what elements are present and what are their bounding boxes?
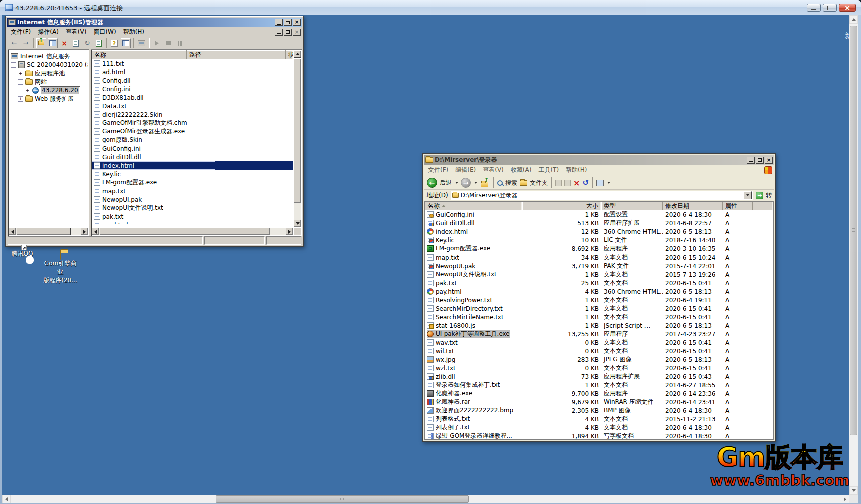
menu-item[interactable]: 操作(A) (34, 27, 62, 37)
iis-file-row[interactable]: Data.txt (92, 102, 293, 110)
collapse-icon[interactable] (11, 62, 16, 68)
scroll-up-icon[interactable] (294, 50, 301, 58)
close-button[interactable] (839, 4, 856, 12)
iis-file-row[interactable]: pay.html (92, 221, 293, 224)
expand-icon[interactable] (25, 88, 30, 93)
back-dropdown-icon[interactable] (455, 182, 458, 184)
menu-item[interactable]: 编辑(E) (452, 165, 479, 175)
restore-button[interactable] (823, 4, 837, 12)
iis-file-row[interactable]: pak.txt (92, 212, 293, 221)
file-row[interactable]: 列表例子.txt 4 KB 文本文档 2020-6-4 18:30 A (425, 423, 773, 432)
column-header-name[interactable]: 名称 (425, 202, 522, 210)
address-dropdown-icon[interactable] (744, 191, 752, 199)
file-row[interactable]: LM-gom配置器.exe 8,692 KB 应用程序 2020-3-10 16… (425, 244, 773, 253)
file-row[interactable]: NewopUI文件说明.txt 1 KB 文本文档 2015-7-13 19:2… (425, 270, 773, 279)
iis-file-row[interactable]: 111.txt (92, 59, 293, 68)
column-header-size[interactable]: 大小 (522, 202, 601, 210)
file-row[interactable]: stat-16800.js 1 KB JScript Script ... 20… (425, 321, 773, 330)
expand-icon[interactable] (18, 96, 23, 102)
detail-pane-icon[interactable] (121, 38, 131, 48)
computer-icon[interactable] (136, 38, 146, 48)
menu-item[interactable]: 工具(T) (535, 165, 562, 175)
desktop-icon-gom-folder[interactable]: Gom引擎商业 版程序(20... (41, 252, 79, 285)
rdp-vscrollbar[interactable] (849, 15, 858, 495)
properties-icon[interactable] (71, 38, 81, 48)
undo-icon[interactable]: ↺ (582, 178, 589, 187)
iis-file-row[interactable]: NewopUI文件说明.txt (92, 204, 293, 212)
scroll-down-icon[interactable] (294, 220, 301, 227)
iis-minimize-button[interactable] (275, 19, 283, 26)
mdi-restore-button[interactable] (284, 29, 292, 36)
file-row[interactable]: 化魔神器.exe 9,700 KB 应用程序 2020-6-14 23:36 A (425, 389, 773, 398)
iis-file-row[interactable]: GameOfMir引擎帮助文档.chm (92, 119, 293, 127)
export-list-icon[interactable] (94, 38, 104, 48)
menu-item[interactable]: 帮助(H) (120, 27, 148, 37)
file-row[interactable]: NewopUI.pak 3,719 KB PAK 文件 2015-7-14 22… (425, 262, 773, 270)
explorer-maximize-button[interactable] (756, 157, 764, 164)
forward-dropdown-icon[interactable] (474, 182, 477, 184)
scroll-left-icon[interactable] (92, 228, 99, 235)
iis-file-row[interactable]: dierji22222222.Skin (92, 110, 293, 119)
tree-node-root[interactable]: Internet 信息服务 (11, 52, 70, 60)
views-dropdown-icon[interactable] (607, 182, 610, 184)
up-folder-icon[interactable]: ↑ (480, 178, 490, 187)
move-to-icon[interactable] (555, 180, 562, 186)
tree-node-app-pools[interactable]: 应用程序池 (18, 69, 65, 77)
menu-item[interactable]: 查看(V) (62, 27, 90, 37)
help-icon[interactable]: ? (109, 38, 119, 48)
iis-hscrollbar[interactable] (92, 228, 293, 235)
delete-icon[interactable]: × (573, 178, 580, 188)
back-label[interactable]: 后退 (440, 179, 452, 187)
scroll-thumb[interactable] (100, 228, 270, 235)
menu-item[interactable]: 文件(F) (7, 27, 34, 37)
go-label[interactable]: 转 (766, 191, 772, 200)
minimize-button[interactable] (807, 4, 821, 12)
file-row[interactable]: index.html 12 KB 360 Chrome HTML... 2020… (425, 227, 773, 236)
file-row[interactable]: wav.txt 0 KB 文本文档 2020-6-15 0:41 A (425, 338, 773, 347)
file-row[interactable]: 化魔神器.rar 9,679 KB WinRAR 压缩文件 2020-6-14 … (425, 398, 773, 406)
back-icon[interactable]: ← (427, 178, 437, 188)
iis-maximize-button[interactable] (284, 19, 292, 26)
menu-item[interactable]: 窗口(W) (90, 27, 119, 37)
column-header-date[interactable]: 修改日期 (663, 202, 723, 210)
up-folder-icon[interactable]: ↑ (36, 38, 46, 48)
expand-icon[interactable] (18, 71, 23, 76)
delete-icon[interactable]: × (59, 38, 69, 48)
file-row[interactable]: map.txt 34 KB 文本文档 2020-6-15 10:24 A (425, 253, 773, 262)
remote-desktop-surface[interactable]: Internet 信息服务(IIS)管理器 × 文件(F)操作(A)查看(V)窗… (2, 15, 849, 495)
scroll-left-icon[interactable] (9, 228, 16, 235)
tree-node-server[interactable]: SC-202004031020 (本地计 (11, 61, 88, 69)
file-row[interactable]: 欢迎界面2222222222.bmp 2,305 KB BMP 图像 2020-… (425, 406, 773, 415)
explorer-titlebar[interactable]: D:\Mirserver\登录器 × (424, 155, 774, 165)
scroll-thumb[interactable] (850, 26, 857, 435)
menu-item[interactable]: 帮助(H) (562, 165, 590, 175)
iis-file-row[interactable]: D3DX81ab.dll (92, 93, 293, 102)
file-row[interactable]: pay.html 4 KB 360 Chrome HTML... 2020-6-… (425, 287, 773, 296)
desktop-icon-qq[interactable]: ↗ 腾讯QQ (3, 249, 41, 258)
tree-node-site[interactable]: 43.228.6.20 (25, 86, 79, 94)
forward-icon[interactable]: → (461, 178, 471, 188)
address-input[interactable]: D:\Mirserver\登录器 (451, 191, 753, 200)
go-icon[interactable]: → (756, 192, 763, 199)
file-row[interactable]: wx.jpg 283 KB JPEG 图像 2020-6-5 18:13 A (425, 355, 773, 364)
mdi-close-button[interactable]: × (293, 29, 301, 36)
file-row[interactable]: GuiEditDll.dll 513 KB 应用程序扩展 2014-6-8 22… (425, 219, 773, 227)
views-icon[interactable] (596, 180, 604, 186)
tree-node-web-ext[interactable]: Web 服务扩展 (18, 95, 74, 103)
iis-file-row[interactable]: gom原版.Skin (92, 136, 293, 144)
scroll-up-icon[interactable] (849, 15, 858, 24)
iis-file-row[interactable]: GuiEditDll.dll (92, 153, 293, 161)
search-label[interactable]: 搜索 (505, 179, 517, 187)
mdi-minimize-button[interactable] (275, 29, 283, 36)
file-row[interactable]: SearchMirFileName.txt 1 KB 文本文档 2020-6-1… (425, 313, 773, 321)
file-row[interactable]: UI-pak补丁等调整工具.exe 13,255 KB 应用程序 2017-4-… (425, 330, 773, 338)
rdp-titlebar[interactable]: 43.228.6.20:41653 - 远程桌面连接 (0, 0, 861, 15)
scroll-right-icon[interactable] (81, 228, 88, 235)
file-row[interactable]: Key.lic 10 KB LIC 文件 2018-7-16 14:40 A (425, 236, 773, 244)
iis-titlebar[interactable]: Internet 信息服务(IIS)管理器 × (7, 18, 302, 27)
rdp-hscrollbar[interactable] (2, 495, 849, 503)
tree-node-sites[interactable]: 网站 (18, 78, 47, 86)
iis-file-row[interactable]: ad.html (92, 68, 293, 76)
iis-file-row[interactable]: GameOfMir登录器生成器.exe (92, 127, 293, 136)
scroll-right-icon[interactable] (286, 228, 293, 235)
